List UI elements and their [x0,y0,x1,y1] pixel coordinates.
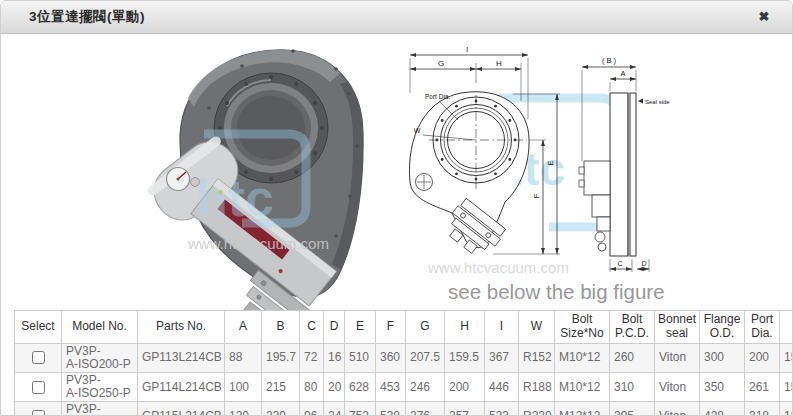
dialog-content: htc www.htcvacuum.com htc [1,34,792,415]
dim-label-f: F [532,193,541,198]
close-icon: ✖ [759,9,770,24]
photo-watermark-url: www.htcvacuum.com [187,235,329,252]
close-button[interactable]: ✖ [752,1,776,33]
table-cell: 207.5 [406,343,445,372]
dim-label-seal-side: Seal side [645,99,670,105]
table-cell: Viton [655,343,700,372]
dim-label-e: E [546,160,555,165]
table-cell: 510 [345,343,376,372]
table-cell: R188 [519,372,555,401]
column-header-17: Port Dia. [745,311,780,344]
table-cell: Viton [655,402,700,416]
dialog-header-bar: 3位置達擺閥(單動) ✖ [1,1,792,34]
spec-table-container: SelectModel No.Parts No.ABCDEFGHIWBolt S… [14,310,793,416]
table-cell: R152 [519,343,555,372]
table-header-row: SelectModel No.Parts No.ABCDEFGHIWBolt S… [15,311,793,344]
table-cell: 15 [780,372,793,401]
table-cell: 20 [324,372,345,401]
dim-label-c: C [617,260,622,267]
dim-label-b: ( B ) [602,56,617,65]
row-checkbox[interactable] [32,351,45,364]
dim-label-a: A [620,69,625,78]
table-cell: 15 [780,343,793,372]
table-cell: 300 [700,343,745,372]
column-header-18: Th D [780,311,793,344]
table-cell: R230 [519,402,555,416]
table-cell: 88 [225,343,262,372]
column-header-3: A [225,311,262,344]
table-cell-select [15,343,62,372]
table-cell: 16 [324,343,345,372]
table-cell: 200 [745,343,780,372]
dim-label-h: H [496,59,502,68]
dim-label-w: W [414,127,421,134]
table-cell: 246 [406,372,445,401]
table-row: PV3P- A-ISO200-PGP113L214CB88195.7721651… [15,343,793,372]
table-cell: 628 [345,372,376,401]
column-header-4: B [262,311,300,344]
dim-label-d: D [641,260,646,267]
table-cell: 215 [262,372,300,401]
table-cell: 318 [745,402,780,416]
drawing-watermark-url: www.htcvacuum.com [427,259,569,276]
column-header-16: Flange O.D. [700,311,745,344]
table-cell-model: PV3P- A-ISO320-P [62,402,138,416]
dim-label-g: G [438,59,444,68]
table-cell: 260 [610,343,655,372]
table-cell: 200 [445,372,485,401]
table-cell-select [15,372,62,401]
technical-drawing-image: htc [401,41,793,309]
table-cell: 80 [300,372,324,401]
table-cell: M12*12 [555,402,610,416]
column-header-13: Bolt Size*No [555,311,610,344]
table-cell: 453 [376,372,406,401]
table-cell: 195.7 [262,343,300,372]
table-cell-model: PV3P- A-ISO250-P [62,372,138,401]
table-cell: 310 [610,372,655,401]
column-header-0: Select [15,311,62,344]
column-header-9: G [406,311,445,344]
row-checkbox[interactable] [32,410,45,416]
table-cell: 350 [700,372,745,401]
column-header-5: C [300,311,324,344]
dialog-title: 3位置達擺閥(單動) [29,1,145,33]
product-photo-image: htc www.htcvacuum.com [96,36,406,312]
dim-label-i: I [466,45,468,54]
table-cell: 752 [345,402,376,416]
table-cell: 367 [485,343,519,372]
table-cell-select [15,402,62,416]
table-cell: 24 [324,402,345,416]
table-cell: 100 [225,372,262,401]
table-row: PV3P- A-ISO320-PGP115L214CB1202399624752… [15,402,793,416]
table-cell: GP114L214CB [138,372,225,401]
table-cell: 239 [262,402,300,416]
table-cell: Viton [655,372,700,401]
table-cell: 428 [700,402,745,416]
table-cell: 18 [780,402,793,416]
column-header-11: I [485,311,519,344]
table-cell: 120 [225,402,262,416]
table-cell: GP115L214CB [138,402,225,416]
table-cell-model: PV3P- A-ISO200-P [62,343,138,372]
column-header-1: Model No. [62,311,138,344]
table-cell: 533 [485,402,519,416]
front-view [409,92,529,262]
table-cell: M10*12 [555,343,610,372]
table-cell: 360 [376,343,406,372]
column-header-14: Bolt P.C.D. [610,311,655,344]
column-header-15: Bonnet seal [655,311,700,344]
table-cell: 159.5 [445,343,485,372]
spec-table: SelectModel No.Parts No.ABCDEFGHIWBolt S… [14,310,793,416]
table-cell: 96 [300,402,324,416]
table-row: PV3P- A-ISO250-PGP114L214CB1002158020628… [15,372,793,401]
column-header-6: D [324,311,345,344]
dim-label-port-dia: Port Dia. [425,93,450,100]
column-header-2: Parts No. [138,311,225,344]
table-cell: 395 [610,402,655,416]
table-cell: 538 [376,402,406,416]
table-cell: 72 [300,343,324,372]
dialog: 3位置達擺閥(單動) ✖ [0,0,793,416]
table-cell: 257 [445,402,485,416]
row-checkbox[interactable] [32,381,45,394]
table-cell: GP113L214CB [138,343,225,372]
